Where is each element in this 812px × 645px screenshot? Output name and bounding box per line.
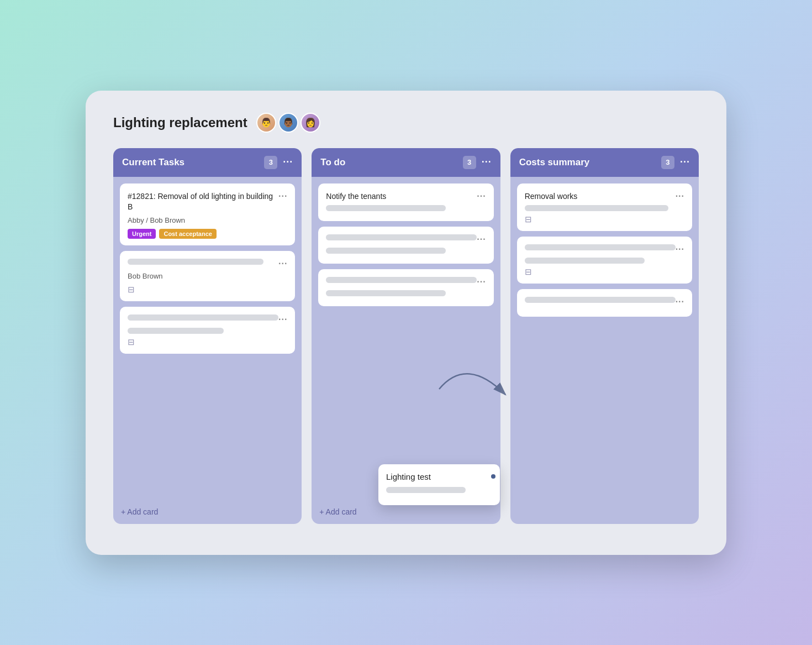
card-3-more[interactable]: ···: [278, 314, 287, 324]
board-title: Lighting replacement: [113, 115, 247, 130]
placeholder-bar: [128, 259, 263, 265]
card-5: ···: [318, 227, 493, 264]
card-2: ··· Bob Brown ⊟: [120, 251, 295, 301]
dragged-card-title: Lighting test: [386, 472, 492, 481]
column-more-costs-summary[interactable]: ···: [680, 156, 690, 168]
column-body-costs-summary: Removal works ··· ⊟ ··· ⊟: [510, 177, 699, 524]
card-9-more[interactable]: ···: [676, 297, 684, 307]
card-4: Notify the tenants ···: [318, 183, 493, 222]
avatar: 👨: [256, 113, 276, 133]
column-header-to-do: To do 3 ···: [312, 148, 500, 177]
column-count-to-do: 3: [463, 156, 476, 169]
column-count-current-tasks: 3: [264, 156, 277, 169]
column-title-to-do: To do: [320, 157, 457, 168]
column-footer-current-tasks: + Add card: [113, 500, 302, 524]
card-8-more[interactable]: ···: [676, 244, 684, 254]
attachment-icon: ⊟: [525, 214, 684, 224]
placeholder-bar: [128, 328, 224, 334]
card-4-more[interactable]: ···: [477, 191, 486, 201]
dragged-card: Lighting test: [378, 464, 500, 505]
card-1-more[interactable]: ···: [278, 191, 287, 201]
kanban-board: Lighting replacement 👨 👨🏾 👩 Current Task…: [86, 91, 726, 555]
add-card-button-current-tasks[interactable]: + Add card: [113, 502, 302, 522]
avatar: 👩: [300, 113, 320, 133]
card-4-title: Notify the tenants: [326, 191, 477, 202]
card-2-sub: Bob Brown: [128, 272, 287, 280]
card-1-sub: Abby / Bob Brown: [128, 216, 287, 224]
card-5-more[interactable]: ···: [477, 234, 486, 244]
card-3: ··· ⊟: [120, 307, 295, 354]
card-8: ··· ⊟: [517, 237, 692, 284]
column-more-current-tasks[interactable]: ···: [283, 156, 293, 168]
placeholder-bar: [326, 205, 446, 211]
placeholder-bar: [326, 234, 477, 240]
avatar: 👨🏾: [278, 113, 298, 133]
card-9: ···: [517, 289, 692, 317]
column-body-to-do: Notify the tenants ··· ···: [312, 177, 500, 500]
avatars-group: 👨 👨🏾 👩: [256, 113, 320, 133]
attachment-icon: ⊟: [525, 267, 684, 277]
attachment-icon: ⊟: [128, 337, 287, 347]
placeholder-bar: [386, 487, 466, 493]
card-7-title: Removal works: [525, 191, 676, 202]
card-7-more[interactable]: ···: [676, 191, 684, 201]
placeholder-bar: [525, 258, 645, 264]
placeholder-bar: [525, 297, 676, 303]
placeholder-bar: [326, 248, 446, 254]
column-header-current-tasks: Current Tasks 3 ···: [113, 148, 302, 177]
card-6: ···: [318, 269, 493, 306]
card-2-more[interactable]: ···: [278, 259, 287, 269]
tag-cost-acceptance: Cost acceptance: [159, 229, 216, 239]
column-title-current-tasks: Current Tasks: [122, 157, 259, 168]
card-7: Removal works ··· ⊟: [517, 183, 692, 232]
card-1: #12821: Removal of old lighting in build…: [120, 183, 295, 245]
column-more-to-do[interactable]: ···: [482, 156, 492, 168]
placeholder-bar: [326, 277, 477, 283]
card-1-title: #12821: Removal of old lighting in build…: [128, 191, 278, 213]
column-title-costs-summary: Costs summary: [519, 157, 656, 168]
placeholder-bar: [128, 314, 278, 321]
column-count-costs-summary: 3: [661, 156, 674, 169]
column-current-tasks: Current Tasks 3 ··· #12821: Removal of o…: [113, 148, 302, 524]
column-body-current-tasks: #12821: Removal of old lighting in build…: [113, 177, 302, 500]
drag-dot: [491, 474, 495, 479]
tag-urgent: Urgent: [128, 229, 156, 239]
placeholder-bar: [525, 244, 676, 250]
placeholder-bar: [326, 290, 446, 296]
column-costs-summary: Costs summary 3 ··· Removal works ··· ⊟: [510, 148, 699, 524]
card-6-more[interactable]: ···: [477, 277, 486, 287]
column-header-costs-summary: Costs summary 3 ···: [510, 148, 699, 177]
board-header: Lighting replacement 👨 👨🏾 👩: [113, 113, 699, 133]
placeholder-bar: [525, 205, 668, 211]
attachment-icon: ⊟: [128, 285, 287, 295]
card-1-tags: Urgent Cost acceptance: [128, 229, 287, 239]
